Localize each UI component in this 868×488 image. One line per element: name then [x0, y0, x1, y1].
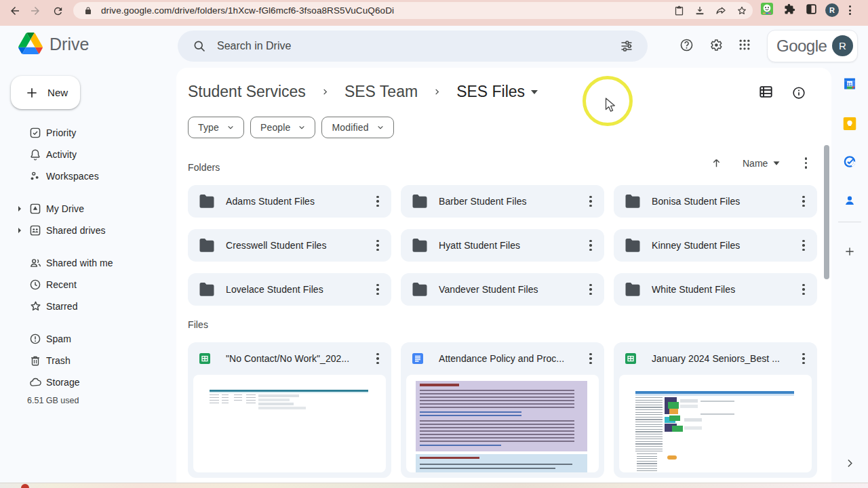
file-card[interactable]: January 2024 Seniors_Best ... [614, 342, 817, 478]
calendar-app-button[interactable]: 31 [844, 77, 856, 90]
folder-card[interactable]: Adams Student Files [188, 185, 391, 218]
folder-more-kebab[interactable] [798, 196, 809, 207]
tasks-app-button[interactable] [844, 155, 856, 168]
drive-logo[interactable] [18, 33, 43, 54]
folder-more-kebab[interactable] [372, 284, 383, 295]
filter-chip-people[interactable]: People [250, 117, 316, 138]
breadcrumb-ses-team[interactable]: SES Team [344, 83, 418, 101]
search-bar[interactable] [178, 30, 648, 62]
back-button[interactable] [6, 2, 24, 20]
clipboard-icon[interactable] [674, 5, 684, 16]
sidebar-item-starred[interactable]: Starred [0, 296, 174, 317]
scrollbar-thumb[interactable] [824, 145, 829, 279]
folder-more-kebab[interactable] [585, 196, 596, 207]
sidebar-item-shared-drives[interactable]: Shared drives [0, 220, 174, 241]
view-options-kebab[interactable] [800, 157, 811, 168]
sheet-rows [210, 394, 219, 405]
bookmark-star-icon[interactable] [736, 5, 747, 16]
address-bar-actions [674, 2, 747, 19]
folder-card[interactable]: Vandever Student Files [401, 273, 604, 306]
folder-name: Vandever Student Files [439, 284, 572, 295]
drive-main-content: Student Services SES Team SES Files Type… [176, 68, 831, 483]
file-more-kebab[interactable] [798, 353, 809, 364]
apps-grid-button[interactable] [738, 38, 751, 52]
file-card[interactable]: Attendance Policy and Proc... [401, 342, 604, 478]
tune-filters-icon[interactable] [620, 39, 633, 53]
sidebar-item-activity[interactable]: Activity [0, 144, 174, 165]
keep-app-button[interactable] [844, 117, 856, 130]
file-more-kebab[interactable] [585, 353, 596, 364]
expand-caret-icon[interactable] [17, 228, 22, 233]
sort-direction-arrow-icon[interactable] [711, 157, 722, 169]
get-add-ons-button[interactable] [844, 245, 856, 258]
sort-by-name[interactable]: Name [743, 158, 768, 169]
list-layout-toggle[interactable] [760, 86, 772, 98]
folder-more-kebab[interactable] [798, 240, 809, 251]
folder-card[interactable]: Lovelace Student Files [188, 273, 391, 306]
folder-more-kebab[interactable] [372, 240, 383, 251]
drive-product-name: Drive [50, 35, 89, 54]
extensions-puzzle-icon[interactable] [784, 3, 796, 16]
folder-icon [412, 283, 428, 296]
info-icon [792, 86, 806, 100]
folder-more-kebab[interactable] [798, 284, 809, 295]
file-card[interactable]: "No Contact/No Work"_202... [188, 342, 391, 478]
doc-heading [420, 457, 479, 459]
folder-card[interactable]: Cresswell Student Files [188, 229, 391, 262]
folder-more-kebab[interactable] [585, 284, 596, 295]
browser-profile-avatar[interactable]: R [825, 3, 839, 17]
drive-sidebar: New Priority Activity Workspaces My Driv… [0, 68, 176, 483]
search-input[interactable] [216, 39, 585, 53]
account-avatar[interactable]: R [832, 35, 853, 56]
side-panel-rail: 31 [831, 68, 868, 483]
breadcrumb-dropdown-icon[interactable] [531, 90, 538, 94]
priority-icon [29, 127, 41, 139]
forward-arrow-icon [29, 5, 41, 17]
breadcrumb-student-services[interactable]: Student Services [188, 83, 306, 101]
settings-button[interactable] [709, 38, 723, 52]
sidebar-item-workspaces[interactable]: Workspaces [0, 165, 174, 187]
breadcrumb-ses-files[interactable]: SES Files [456, 83, 525, 101]
sidebar-item-recent[interactable]: Recent [0, 274, 174, 296]
sidebar-item-priority[interactable]: Priority [0, 122, 174, 144]
folder-card[interactable]: Kinney Student Files [614, 229, 817, 262]
folder-card[interactable]: Hyatt Student Files [401, 229, 604, 262]
address-bar[interactable]: drive.google.com/drive/folders/1hXcw-fGl… [73, 2, 753, 19]
sidebar-item-my-drive[interactable]: My Drive [0, 198, 174, 220]
folder-card[interactable]: Bonisa Student Files [614, 185, 817, 218]
filter-chip-type[interactable]: Type [188, 117, 244, 138]
folder-more-kebab[interactable] [372, 196, 383, 207]
show-side-panel-button[interactable] [844, 458, 856, 469]
sidebar-item-label: My Drive [46, 203, 84, 214]
sidebar-item-spam[interactable]: Spam [0, 328, 174, 350]
share-icon[interactable] [715, 5, 726, 16]
file-more-kebab[interactable] [372, 353, 383, 364]
details-button[interactable] [792, 86, 806, 100]
storage-used-label: 6.51 GB used [27, 396, 79, 405]
sidebar-item-shared-with-me[interactable]: Shared with me [0, 252, 174, 274]
forward-button[interactable] [26, 2, 44, 20]
sort-dropdown-icon[interactable] [774, 161, 780, 165]
folder-name: Kinney Student Files [652, 240, 785, 251]
expand-caret-icon[interactable] [17, 206, 22, 211]
browser-menu-kebab[interactable] [849, 5, 851, 15]
download-icon[interactable] [694, 5, 705, 16]
reload-button[interactable] [49, 2, 66, 20]
help-button[interactable] [679, 38, 694, 52]
sidebar-item-trash[interactable]: Trash [0, 350, 174, 371]
folder-card[interactable]: Barber Student Files [401, 185, 604, 218]
new-button-label: New [47, 87, 68, 98]
folder-card[interactable]: White Student Files [614, 273, 817, 306]
bitmoji-extension-icon[interactable] [761, 3, 773, 15]
doc-lines-blue [420, 411, 521, 418]
new-button[interactable]: New [11, 76, 80, 109]
contacts-app-button[interactable] [844, 195, 856, 206]
google-drive-screen: drive.google.com/drive/folders/1hXcw-fGl… [0, 0, 868, 488]
side-panel-icon[interactable] [806, 3, 818, 16]
sidebar-item-storage[interactable]: Storage [0, 371, 174, 393]
sheet-gridline [701, 401, 734, 402]
folder-more-kebab[interactable] [585, 240, 596, 251]
google-account-chip[interactable]: Google R [767, 30, 858, 62]
filter-chip-modified[interactable]: Modified [321, 117, 393, 138]
browser-toolbar: drive.google.com/drive/folders/1hXcw-fGl… [0, 0, 868, 26]
